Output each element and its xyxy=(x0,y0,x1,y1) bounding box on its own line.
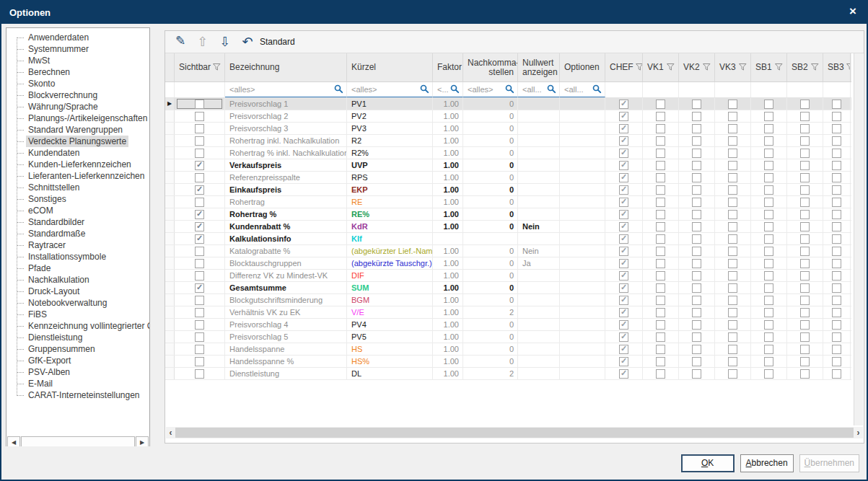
vk3-checkbox[interactable] xyxy=(728,332,737,342)
vk1-checkbox[interactable] xyxy=(656,210,665,219)
vk3-cell[interactable] xyxy=(715,98,751,110)
filter-funnel-icon[interactable] xyxy=(703,63,711,73)
code-cell[interactable]: DIF xyxy=(347,270,433,281)
chef-checkbox[interactable]: ✓ xyxy=(619,234,628,244)
checked-cell[interactable] xyxy=(175,306,225,318)
nullwert-cell[interactable] xyxy=(518,331,560,343)
sb1-cell[interactable] xyxy=(751,245,787,257)
sb3-checkbox[interactable] xyxy=(832,210,841,219)
filter-funnel-icon[interactable] xyxy=(667,63,675,73)
sb3-cell[interactable] xyxy=(823,343,851,355)
nullwert-cell[interactable] xyxy=(518,368,560,379)
sb3-cell[interactable] xyxy=(823,208,851,220)
optionen-cell[interactable] xyxy=(560,233,605,244)
label-cell[interactable]: Gesamtsumme xyxy=(225,282,347,294)
dec-cell[interactable]: 0 xyxy=(463,319,518,330)
dec-cell[interactable]: 0 xyxy=(463,208,518,220)
checked-cell[interactable] xyxy=(175,135,225,146)
sidebar-item[interactable]: PSV-Alben xyxy=(6,366,149,378)
vk1-checkbox[interactable] xyxy=(656,234,665,244)
code-cell[interactable]: R2% xyxy=(347,147,433,159)
sb2-cell[interactable] xyxy=(787,196,823,208)
sb2-checkbox[interactable] xyxy=(800,247,810,256)
sb1-checkbox[interactable] xyxy=(764,259,773,268)
nullwert-cell[interactable]: Nein xyxy=(518,245,560,257)
vk1-checkbox[interactable] xyxy=(656,173,665,182)
faktor-cell[interactable]: 1.00 xyxy=(433,184,463,195)
checked-cell[interactable] xyxy=(175,356,225,367)
standard-label[interactable]: Standard xyxy=(260,37,295,47)
faktor-cell[interactable]: 1.00 xyxy=(433,356,463,367)
label-cell[interactable]: Preisvorschlag 2 xyxy=(225,110,347,122)
sb1-checkbox[interactable] xyxy=(764,112,773,121)
optionen-cell[interactable] xyxy=(560,368,605,379)
vk1-checkbox[interactable] xyxy=(656,320,665,330)
sb2-cell[interactable] xyxy=(787,147,823,159)
label-cell[interactable]: Blocktauschgruppen xyxy=(225,257,347,269)
vk1-cell[interactable] xyxy=(643,356,679,367)
vk1-checkbox[interactable] xyxy=(656,112,665,121)
vk1-cell[interactable] xyxy=(643,233,679,244)
vk3-cell[interactable] xyxy=(715,110,751,122)
vk3-cell[interactable] xyxy=(715,270,751,281)
vk1-cell[interactable] xyxy=(643,110,679,122)
sb2-checkbox[interactable] xyxy=(800,210,810,219)
vk3-cell[interactable] xyxy=(715,257,751,269)
column-header-sb3[interactable]: SB3 xyxy=(823,53,851,81)
vk2-cell[interactable] xyxy=(679,306,715,318)
optionen-cell[interactable] xyxy=(560,270,605,281)
sb2-checkbox[interactable] xyxy=(800,185,810,195)
chef-checkbox[interactable]: ✓ xyxy=(619,320,628,330)
nullwert-cell[interactable] xyxy=(518,282,560,294)
edit-icon[interactable]: ✎ xyxy=(172,35,188,48)
sb1-checkbox[interactable] xyxy=(764,185,773,195)
sb2-checkbox[interactable] xyxy=(800,161,810,170)
sb1-checkbox[interactable] xyxy=(764,320,773,330)
vk2-cell[interactable] xyxy=(679,245,715,257)
chef-checkbox[interactable]: ✓ xyxy=(619,271,628,281)
vk3-cell[interactable] xyxy=(715,135,751,146)
vk3-cell[interactable] xyxy=(715,172,751,183)
vk2-checkbox[interactable] xyxy=(692,124,701,133)
dec-cell[interactable]: 0 xyxy=(463,196,518,208)
sb1-checkbox[interactable] xyxy=(764,247,773,256)
sb3-cell[interactable] xyxy=(823,196,851,208)
sidebar-item[interactable]: Berechnen xyxy=(6,66,149,78)
chef-cell[interactable]: ✓ xyxy=(605,356,643,367)
sb1-checkbox[interactable] xyxy=(764,296,773,305)
sb3-checkbox[interactable] xyxy=(832,161,841,170)
sb3-checkbox[interactable] xyxy=(832,345,841,354)
sidebar-item[interactable]: Währung/Sprache xyxy=(6,101,149,112)
sb3-cell[interactable] xyxy=(823,110,851,122)
sidebar-item[interactable]: Pfade xyxy=(6,262,149,274)
sb1-cell[interactable] xyxy=(751,135,787,146)
chef-cell[interactable]: ✓ xyxy=(605,368,643,379)
vk2-checkbox[interactable] xyxy=(692,185,701,195)
vk3-checkbox[interactable] xyxy=(728,124,737,133)
sb2-checkbox[interactable] xyxy=(800,369,810,379)
sb3-checkbox[interactable] xyxy=(832,271,841,281)
vk1-cell[interactable] xyxy=(643,147,679,159)
vk2-cell[interactable] xyxy=(679,368,715,379)
vk3-cell[interactable] xyxy=(715,147,751,159)
search-icon[interactable] xyxy=(505,84,514,95)
sb1-cell[interactable] xyxy=(751,233,787,244)
sb2-cell[interactable] xyxy=(787,159,823,171)
checked-cell[interactable] xyxy=(175,368,225,379)
sidebar-item[interactable]: GfK-Export xyxy=(6,355,149,366)
checked-cell[interactable] xyxy=(175,196,225,208)
checked-checkbox[interactable] xyxy=(195,345,204,354)
sb1-cell[interactable] xyxy=(751,282,787,294)
optionen-cell[interactable] xyxy=(560,343,605,355)
column-header-chef[interactable]: CHEF xyxy=(605,53,643,81)
checked-cell[interactable] xyxy=(175,98,225,110)
vk1-checkbox[interactable] xyxy=(656,161,665,170)
vk2-checkbox[interactable] xyxy=(692,332,701,342)
sb3-checkbox[interactable] xyxy=(832,296,841,305)
sb1-checkbox[interactable] xyxy=(764,136,773,146)
sb1-checkbox[interactable] xyxy=(764,100,773,109)
label-cell[interactable]: Preisvorschlag 5 xyxy=(225,331,347,343)
sb3-cell[interactable] xyxy=(823,172,851,183)
sb1-checkbox[interactable] xyxy=(764,210,773,219)
dec-cell[interactable]: 0 xyxy=(463,282,518,294)
